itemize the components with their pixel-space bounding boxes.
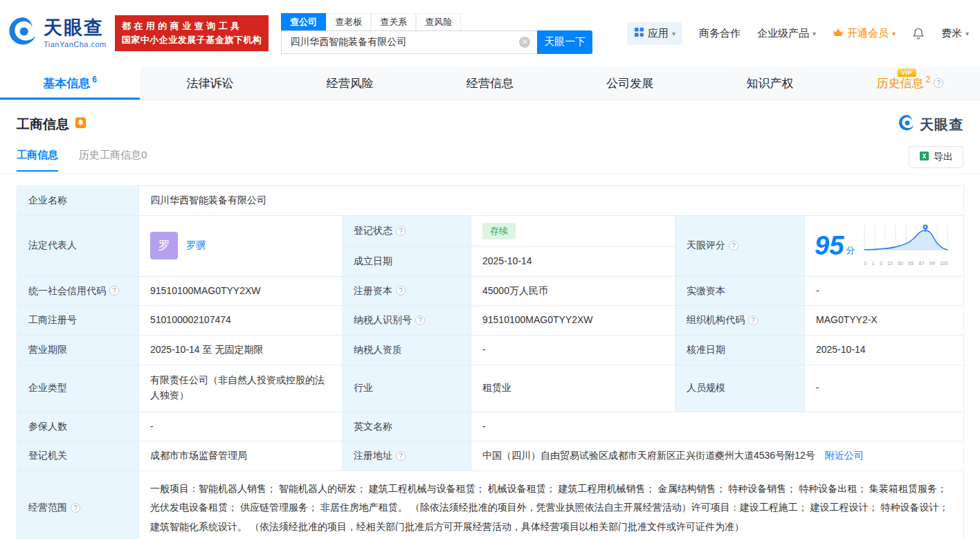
bell-icon <box>912 27 925 40</box>
apps-menu[interactable]: 应用 ▾ <box>627 22 682 45</box>
reg-address-value: 中国（四川）自由贸易试验区成都市天府新区正兴街道夔州大道4536号附12号附近公… <box>471 441 964 471</box>
credit-code-value: 91510100MAG0TYY2XW <box>139 276 343 306</box>
tab-legal-litigation[interactable]: 法律诉讼 <box>140 66 280 100</box>
paid-capital-value: - <box>805 276 964 306</box>
table-row: 统一社会信用代码? 91510100MAG0TYY2XW 注册资本? 45000… <box>17 276 964 306</box>
help-icon[interactable]: ? <box>396 451 406 461</box>
business-cooperation-menu[interactable]: 商务合作 <box>699 27 741 40</box>
score-number: 95 <box>815 232 844 259</box>
chevron-down-icon: ▾ <box>813 30 816 37</box>
legal-rep-avatar[interactable]: 罗 <box>150 232 178 259</box>
subtab-business-info[interactable]: 工商信息 <box>17 149 58 172</box>
search-tabs: 查公司 查老板 查关系 查风险 <box>281 13 592 30</box>
tab-history-info-label: 历史信息 <box>876 75 923 91</box>
help-icon[interactable]: ? <box>729 241 738 250</box>
reg-number-value: 510100002107474 <box>139 306 343 336</box>
tab-intellectual-property[interactable]: 知识产权 <box>700 66 840 100</box>
tab-history-info[interactable]: VIP 历史信息 2 ? <box>840 66 980 100</box>
approval-date-value: 2025-10-14 <box>805 335 964 365</box>
company-type-label: 企业类型 <box>17 365 139 412</box>
credit-code-label: 统一社会信用代码? <box>17 276 139 306</box>
search-button[interactable]: 天眼一下 <box>537 30 592 54</box>
tianyancha-logo[interactable]: 天眼查 TianYanCha.com <box>7 16 107 51</box>
vip-badge: VIP <box>898 68 916 77</box>
taxpayer-quality-label: 纳税人资质 <box>343 335 471 365</box>
watermark-logo: 天眼查 <box>898 114 963 135</box>
tab-basic-info[interactable]: 基本信息 6 <box>0 66 140 100</box>
tab-company-development-label: 公司发展 <box>606 75 653 91</box>
establish-date-value: 2025-10-14 <box>471 246 675 276</box>
score-chart: 01 315 5065 8799 100 <box>862 223 950 267</box>
nearby-companies-link[interactable]: 附近公司 <box>825 450 864 461</box>
search-tab-company[interactable]: 查公司 <box>281 13 326 30</box>
industry-label: 行业 <box>343 365 471 412</box>
company-name-label: 企业名称 <box>17 186 139 216</box>
search-tab-boss[interactable]: 查老板 <box>326 13 371 30</box>
help-icon[interactable]: ? <box>934 78 943 88</box>
reg-status-label: 登记状态? <box>343 215 471 246</box>
business-term-label: 营业期限 <box>17 335 139 365</box>
top-header: 天眼查 TianYanCha.com 都在用的商业查询工具 国家中小企业发展子基… <box>0 0 980 66</box>
legal-rep-link[interactable]: 罗骥 <box>186 238 206 253</box>
org-code-value: MAG0TYY2-X <box>805 306 964 336</box>
table-row: 法定代表人 罗 罗骥 登记状态? 存续 天眼评分? 95 分 <box>17 215 964 246</box>
reg-number-label: 工商注册号 <box>17 306 139 336</box>
staff-size-value: - <box>805 365 964 412</box>
chevron-down-icon: ▾ <box>672 30 675 37</box>
sub-tabs: 工商信息 历史工商信息0 导出 <box>0 135 980 174</box>
brand-slogan-banner: 都在用的商业查询工具 国家中小企业发展子基金旗下机构 <box>115 15 269 51</box>
tab-company-development[interactable]: 公司发展 <box>560 66 700 100</box>
enterprise-products-menu[interactable]: 企业级产品 ▾ <box>757 27 816 40</box>
industry-value: 租赁业 <box>471 365 675 412</box>
excel-icon <box>919 151 929 163</box>
search-tab-risk[interactable]: 查风险 <box>416 13 461 30</box>
open-vip-menu[interactable]: 开通会员 ▾ <box>833 27 896 40</box>
help-icon[interactable]: ? <box>109 286 119 295</box>
slogan-line2: 国家中小企业发展子基金旗下机构 <box>122 33 262 47</box>
english-name-value: - <box>471 412 964 441</box>
table-row: 登记机关 成都市市场监督管理局 注册地址? 中国（四川）自由贸易试验区成都市天府… <box>17 441 964 471</box>
section-title-text: 工商信息 <box>17 116 69 134</box>
business-info-table: 企业名称 四川华西智能装备有限公司 法定代表人 罗 罗骥 登记状态? 存续 天眼… <box>17 185 964 539</box>
chevron-down-icon: ▾ <box>965 30 969 37</box>
business-scope-value: 一般项目：智能机器人销售； 智能机器人的研发； 建筑工程机械与设备租赁； 机械设… <box>139 471 964 539</box>
section-title: 工商信息 <box>17 116 87 134</box>
english-name-label: 英文名称 <box>343 412 471 441</box>
help-icon[interactable]: ? <box>748 316 758 325</box>
search-input[interactable] <box>281 30 537 54</box>
legal-rep-label: 法定代表人 <box>17 215 139 276</box>
monitor-bell-icon[interactable] <box>75 117 87 132</box>
help-icon[interactable]: ? <box>396 226 406 236</box>
help-icon[interactable]: ? <box>71 503 80 513</box>
tab-operation-info[interactable]: 经营信息 <box>420 66 560 100</box>
watermark-logo-icon <box>898 114 916 135</box>
crown-icon <box>833 28 844 39</box>
user-account-menu[interactable]: 费米 ▾ <box>941 27 969 40</box>
reg-capital-value: 45000万人民币 <box>471 276 675 306</box>
company-name-value: 四川华西智能装备有限公司 <box>139 186 964 216</box>
reg-authority-label: 登记机关 <box>17 441 139 471</box>
clear-search-icon[interactable]: ✕ <box>519 37 530 48</box>
approval-date-label: 核准日期 <box>675 335 805 365</box>
username-label: 费米 <box>941 27 962 40</box>
table-row: 经营范围? 一般项目：智能机器人销售； 智能机器人的研发； 建筑工程机械与设备租… <box>17 471 964 539</box>
org-code-label: 组织机构代码? <box>675 306 805 336</box>
business-term-value: 2025-10-14 至 无固定期限 <box>139 335 343 365</box>
reg-status-value: 存续 <box>471 215 675 246</box>
reg-address-label: 注册地址? <box>343 441 471 471</box>
paid-capital-label: 实缴资本 <box>675 276 805 306</box>
subtab-history-business-info[interactable]: 历史工商信息0 <box>79 149 147 172</box>
notifications-bell[interactable] <box>912 27 925 40</box>
apps-grid-icon <box>634 27 644 39</box>
business-scope-label: 经营范围? <box>17 471 139 539</box>
help-icon[interactable]: ? <box>396 286 406 295</box>
reg-capital-label: 注册资本? <box>343 276 471 306</box>
tab-operation-risk-label: 经营风险 <box>327 75 374 91</box>
insured-count-label: 参保人数 <box>17 412 139 441</box>
tab-legal-litigation-label: 法律诉讼 <box>186 75 233 91</box>
search-tab-relation[interactable]: 查关系 <box>371 13 416 30</box>
watermark-brand-text: 天眼查 <box>920 116 963 134</box>
tab-operation-risk[interactable]: 经营风险 <box>280 66 420 100</box>
help-icon[interactable]: ? <box>415 316 425 325</box>
export-button[interactable]: 导出 <box>909 146 963 168</box>
